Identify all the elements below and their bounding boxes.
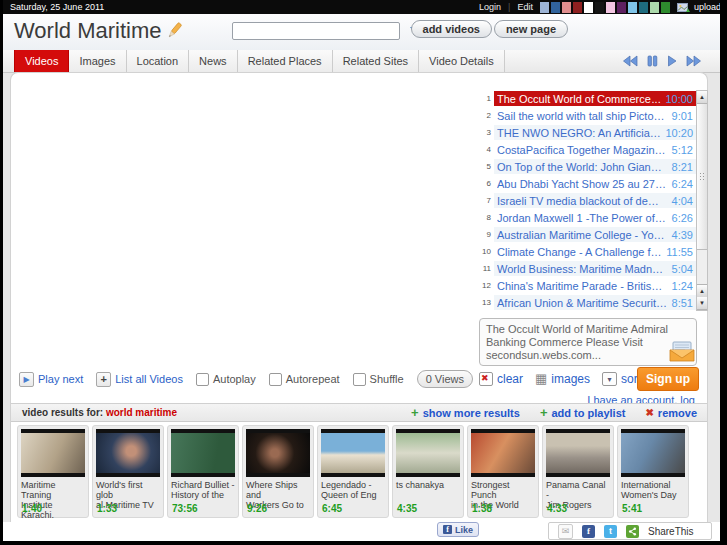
video-thumbnail-cell[interactable]: Where Ships andWorkers Go to9:26 <box>242 425 314 518</box>
playlist-item-title[interactable]: Israeli TV media blackout of demonstrat.… <box>497 195 668 207</box>
tab-related-places[interactable]: Related Places <box>238 50 333 72</box>
color-swatch[interactable] <box>540 2 549 13</box>
playlist-item[interactable]: 4CostaPacifica Together Magazine - NO...… <box>479 141 696 158</box>
rewind-button[interactable] <box>622 55 638 67</box>
playlist-item-title[interactable]: Australian Maritime College - Your Ticke… <box>497 229 668 241</box>
tab-related-sites[interactable]: Related Sites <box>333 50 419 72</box>
login-link[interactable]: Login <box>479 2 501 12</box>
email-envelope-icon[interactable] <box>669 341 695 362</box>
video-player-area[interactable] <box>13 75 473 405</box>
list-all-videos-button[interactable]: + List all Videos <box>96 372 183 387</box>
playlist-item-title[interactable]: Abu Dhabi Yacht Show 25 au 27 fevrier... <box>497 178 668 190</box>
video-thumbnail-cell[interactable]: Richard Bulliet -History of the73:56 <box>167 425 239 518</box>
thumbnail-image[interactable] <box>171 429 235 477</box>
upload-button[interactable]: upload <box>677 2 721 13</box>
playlist-item[interactable]: 3THE NWO NEGRO: An Artificial Or A NA...… <box>479 124 696 141</box>
color-swatch[interactable] <box>650 2 659 13</box>
edit-pencil-icon[interactable] <box>164 21 184 41</box>
tab-video-details[interactable]: Video Details <box>419 50 505 72</box>
playlist-item[interactable]: 5On Top of the World: John Giannotti, Sc… <box>479 158 696 175</box>
playlist-item[interactable]: 10Climate Change - A Challenge for IMO t… <box>479 243 696 260</box>
email-share-icon[interactable]: ✉ <box>558 524 573 539</box>
search-input[interactable] <box>232 22 400 40</box>
color-swatch[interactable] <box>573 2 582 13</box>
playlist-item-title[interactable]: CostaPacifica Together Magazine - NO... <box>497 144 668 156</box>
playlist-item-title[interactable]: THE NWO NEGRO: An Artificial Or A NA... <box>497 127 661 139</box>
playlist-item-title[interactable]: Jordan Maxwell 1 -The Power of Symbo... <box>497 212 668 224</box>
playlist-item-title[interactable]: African Union & Maritime Security, hoste… <box>497 297 668 309</box>
scroll-up-button[interactable]: ▲ <box>697 91 707 104</box>
video-thumbnail-cell[interactable]: Maritime TraningInstitute Karachi.1:40 <box>17 425 89 518</box>
tab-videos[interactable]: Videos <box>14 50 69 72</box>
scroll-thumb[interactable] <box>697 104 707 250</box>
remove-button[interactable]: ✖ remove <box>645 407 697 419</box>
thumbnail-image[interactable] <box>396 429 460 477</box>
thumbnail-image[interactable] <box>546 429 610 477</box>
new-page-button[interactable]: new page <box>494 20 568 38</box>
color-swatch[interactable] <box>639 2 648 13</box>
color-swatch[interactable] <box>661 2 670 13</box>
facebook-share-icon[interactable]: f <box>582 525 595 538</box>
playlist-item[interactable]: 7Israeli TV media blackout of demonstrat… <box>479 192 696 209</box>
playlist-item-title[interactable]: China's Maritime Parade - British ITN W.… <box>497 280 668 292</box>
video-thumbnail-cell[interactable]: Panama Canal -Jim Rogers4:33 <box>542 425 614 518</box>
add-videos-button[interactable]: add videos <box>411 20 492 38</box>
show-more-results-button[interactable]: + show more results <box>411 405 520 420</box>
playlist-item[interactable]: 11World Business: Maritime Madness 09/1.… <box>479 260 696 277</box>
facebook-like-button[interactable]: f Like <box>437 522 479 537</box>
autorepeat-checkbox[interactable]: Autorepeat <box>269 373 340 386</box>
playlist-item[interactable]: 12China's Maritime Parade - British ITN … <box>479 277 696 294</box>
sharethis-label[interactable]: ShareThis <box>648 526 694 537</box>
thumbnail-image[interactable] <box>21 429 85 477</box>
playlist-item-title[interactable]: World Business: Maritime Madness 09/1... <box>497 263 668 275</box>
video-thumbnail-cell[interactable]: Strongest Punchin the World1:38 <box>467 425 539 518</box>
video-thumbnail-cell[interactable]: InternationalWomen's Day5:41 <box>617 425 689 518</box>
forward-button[interactable] <box>686 55 702 67</box>
tab-news[interactable]: News <box>189 50 238 72</box>
playlist-item[interactable]: 6Abu Dhabi Yacht Show 25 au 27 fevrier..… <box>479 175 696 192</box>
sort-button[interactable]: ▾ sort <box>602 372 641 386</box>
thumbnail-image[interactable] <box>621 429 685 477</box>
scroll-down-button[interactable]: ▼ <box>697 297 707 310</box>
thumbnail-image[interactable] <box>96 429 160 477</box>
playlist-item-title[interactable]: On Top of the World: John Giannotti, Scu… <box>497 161 668 173</box>
pause-button[interactable] <box>647 55 658 67</box>
views-count-badge[interactable]: 0 Views <box>417 370 473 388</box>
color-swatch[interactable] <box>595 2 604 13</box>
color-swatch[interactable] <box>562 2 571 13</box>
scroll-up-button-2[interactable]: ▲ <box>697 284 707 298</box>
playlist-item[interactable]: 8Jordan Maxwell 1 -The Power of Symbo...… <box>479 209 696 226</box>
playlist-item[interactable]: 13African Union & Maritime Security, hos… <box>479 294 696 311</box>
playlist-item-title[interactable]: The Occult World of Commerce <box>497 93 651 105</box>
clear-button[interactable]: ✖ clear <box>479 372 523 386</box>
edit-link[interactable]: Edit <box>517 2 533 12</box>
tab-images[interactable]: Images <box>69 50 126 72</box>
playlist-item-title[interactable]: Sail the world with tall ship Picton Cas… <box>497 110 668 122</box>
tab-location[interactable]: Location <box>127 50 190 72</box>
playlist-item[interactable]: 1The Occult World of Commerce...10:00 <box>479 90 696 107</box>
twitter-share-icon[interactable]: t <box>604 525 617 538</box>
color-swatch[interactable] <box>628 2 637 13</box>
playlist-item[interactable]: 9Australian Maritime College - Your Tick… <box>479 226 696 243</box>
video-thumbnail-cell[interactable]: ts chanakya4:35 <box>392 425 464 518</box>
video-thumbnail-cell[interactable]: Legendado -Queen of Eng6:45 <box>317 425 389 518</box>
playlist-item-title[interactable]: Climate Change - A Challenge for IMO t..… <box>497 246 662 258</box>
thumbnail-image[interactable] <box>321 429 385 477</box>
video-thumbnail-cell[interactable]: World's first global Maritime TV1:33 <box>92 425 164 518</box>
playlist-item[interactable]: 2Sail the world with tall ship Picton Ca… <box>479 107 696 124</box>
autoplay-checkbox[interactable]: Autoplay <box>196 373 256 386</box>
thumbnail-image[interactable] <box>471 429 535 477</box>
playlist-scrollbar[interactable]: ▲ ▲ ▼ <box>696 90 708 311</box>
sharethis-icon[interactable] <box>626 525 639 538</box>
images-button[interactable]: ▦ images <box>535 372 590 386</box>
play-next-button[interactable]: ▶ Play next <box>19 372 83 387</box>
play-button[interactable] <box>667 55 677 67</box>
color-swatch[interactable] <box>606 2 615 13</box>
add-to-playlist-button[interactable]: + add to playlist <box>540 405 626 420</box>
color-swatch[interactable] <box>584 2 593 13</box>
thumbnail-image[interactable] <box>246 429 310 477</box>
signup-button[interactable]: Sign up <box>637 367 699 391</box>
color-swatch[interactable] <box>617 2 626 13</box>
shuffle-checkbox[interactable]: Shuffle <box>353 373 404 386</box>
color-swatch[interactable] <box>551 2 560 13</box>
